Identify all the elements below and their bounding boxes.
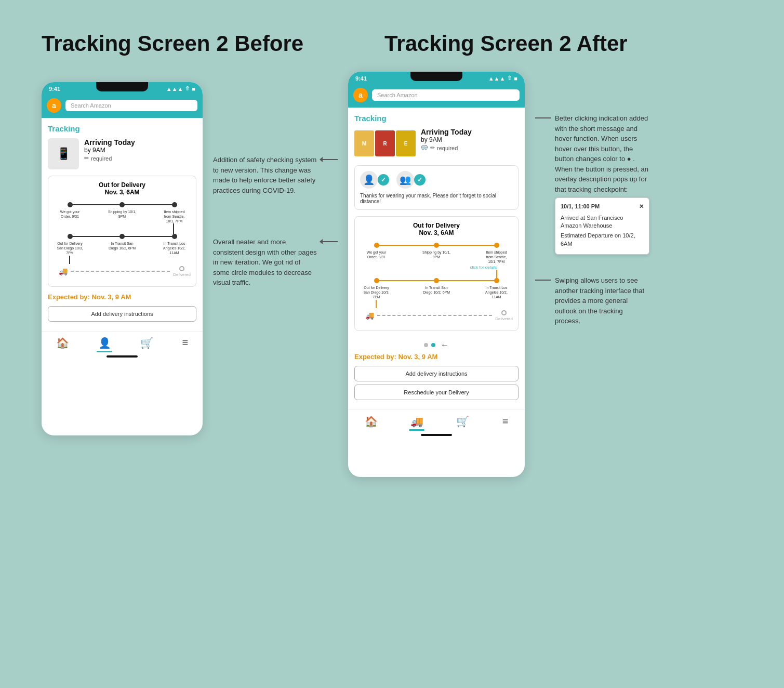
by-time-after: by 9AM bbox=[421, 136, 472, 143]
nav-home-before[interactable]: 🏠 bbox=[56, 337, 69, 349]
status-bar-after: 9:41 ▲▲▲ ⇧ ■ bbox=[348, 72, 525, 85]
amazon-logo-after: a bbox=[353, 88, 368, 102]
tracking-title-before: Tracking bbox=[48, 124, 196, 133]
book2: R bbox=[375, 130, 395, 156]
annotation-right-1-text: Better clicking indication added with th… bbox=[555, 114, 648, 193]
nav-home-after[interactable]: 🏠 bbox=[365, 415, 378, 428]
content-row: 9:41 ▲▲▲ ⇧ ■ a Search Amazon Tracking bbox=[42, 72, 742, 477]
tl-node-3: Out for Delivery San Diego 10/3, 7PM bbox=[56, 234, 84, 255]
tl-node-a4: In Transit San Diego 10/2, 6PM bbox=[422, 278, 451, 299]
tl-dot-a1 bbox=[434, 243, 439, 248]
annotation2-text: Overall neater and more consistent desig… bbox=[213, 237, 317, 288]
timeline-before: We got your Order, 9/31 Shipping by 10/1… bbox=[54, 202, 191, 277]
product-row-after: M R E Arriving Today by 9AM 🥽 ✏ required bbox=[354, 128, 519, 159]
status-notch-after bbox=[410, 72, 462, 81]
phone-body-after: Tracking M R E Arriving Today by 9AM bbox=[348, 108, 525, 409]
status-time-before: 9:41 bbox=[49, 86, 60, 92]
expected-date-after: Nov. 3, 9 AM bbox=[398, 353, 438, 361]
nav-cart-before[interactable]: 🛒 bbox=[140, 337, 153, 349]
timeline-after: We got your Order, 9/31 Shipping by 10/1… bbox=[360, 243, 513, 321]
tl-label-a3: Out for Delivery San Diego 10/3, 7PM bbox=[362, 285, 391, 299]
bottom-nav-after: 🏠 🚚 🛒 ≡ bbox=[348, 409, 525, 431]
tl-node-4: In Transit San Diego 10/2, 6PM bbox=[108, 234, 137, 255]
delivery-section-before: Out for Delivery Nov. 3, 6AM We got your… bbox=[48, 176, 196, 287]
tl-node-2: Item shipped from Seattle, 10/1, 7PM bbox=[160, 202, 189, 223]
tl-dot-a3 bbox=[374, 278, 379, 283]
annotation1-text: Addition of safety checking system to ne… bbox=[213, 155, 317, 195]
truck-icon-before: 🚚 bbox=[59, 267, 68, 275]
after-section-title-container: Tracking Screen 2 After bbox=[384, 31, 628, 56]
phone-body-before: Tracking 📱 Arriving Today by 9AM ✏ requi… bbox=[42, 118, 203, 331]
check2: ✓ bbox=[414, 174, 426, 186]
delivery-header-before: Out for Delivery Nov. 3, 6AM bbox=[54, 181, 191, 196]
annotation-right-2-text: Swiping allows users to see another trac… bbox=[555, 275, 649, 326]
delivered-label-after: Delivered bbox=[495, 316, 513, 321]
safety-text: Thanks for wearing your mask. Please don… bbox=[360, 193, 513, 204]
tracking-title-after: Tracking bbox=[354, 114, 519, 123]
annotations-left: Addition of safety checking system to ne… bbox=[213, 72, 338, 288]
popup-header: 10/1, 11:00 PM ✕ bbox=[561, 202, 644, 211]
add-instructions-btn-before[interactable]: Add delivery instructions bbox=[48, 306, 196, 322]
delivered-dashes-before bbox=[71, 271, 170, 272]
reschedule-btn-after[interactable]: Reschedule your Delivery bbox=[354, 385, 519, 400]
tl-dot-2 bbox=[172, 202, 177, 207]
delivery-section-after: Out for Delivery Nov. 3, 6AM bbox=[354, 216, 519, 331]
tl-dot-a2 bbox=[494, 243, 499, 248]
person1-badge: 👤 bbox=[360, 171, 378, 189]
search-input-before[interactable]: Search Amazon bbox=[65, 100, 197, 111]
tl-dot-a5 bbox=[494, 278, 499, 283]
product-image-after: M R E bbox=[354, 128, 416, 159]
bottom-nav-before: 🏠 👤 🛒 ≡ bbox=[42, 331, 203, 352]
book3: E bbox=[396, 130, 416, 156]
nav-account-before[interactable]: 👤 bbox=[98, 337, 111, 349]
tl-node-a2: Item shipped from Seattle, 10/1, 7PM bbox=[482, 243, 511, 264]
expected-by-before: Expected by: Nov. 3, 9 AM bbox=[48, 293, 196, 301]
search-bar-before: a Search Amazon bbox=[42, 95, 203, 118]
tl-dot-a4 bbox=[434, 278, 439, 283]
status-time-after: 9:41 bbox=[355, 75, 367, 82]
popup-close[interactable]: ✕ bbox=[639, 202, 644, 211]
safety-badges: 👤 ✓ 👥 ✓ bbox=[360, 171, 513, 189]
amazon-logo-before: a bbox=[47, 98, 61, 113]
safety-section-after: 👤 ✓ 👥 ✓ Thanks for wearing your mask. Pl… bbox=[354, 165, 519, 210]
popup-line2: Estimated Departure on 10/2, 6AM bbox=[561, 232, 644, 248]
product-info-before: Arriving Today by 9AM ✏ required bbox=[84, 138, 135, 162]
nav-menu-after[interactable]: ≡ bbox=[502, 415, 509, 427]
overlay-popup: 10/1, 11:00 PM ✕ Arrived at San Francisc… bbox=[555, 197, 649, 255]
annotation-right-1: Better clicking indication added with th… bbox=[535, 113, 649, 255]
status-icons-before: ▲▲▲ ⇧ ■ bbox=[166, 85, 195, 92]
tl-label-a4: In Transit San Diego 10/2, 6PM bbox=[422, 285, 451, 295]
popup-date: 10/1, 11:00 PM bbox=[561, 202, 600, 211]
search-input-after[interactable]: Search Amazon bbox=[372, 89, 520, 101]
truck-icon-after: 🚚 bbox=[365, 311, 374, 320]
click-for-details[interactable]: click for details bbox=[470, 265, 497, 270]
tl-label-a1: Shipping by 10/1, 9PM bbox=[422, 250, 451, 259]
tl-node-a5: In Transit Los Angeles 10/2, 11AM bbox=[482, 278, 511, 299]
popup-line1: Arrived at San Francisco Amazon Warehous… bbox=[561, 214, 644, 230]
status-notch-before bbox=[96, 82, 148, 91]
expected-date-before: Nov. 3, 9 AM bbox=[92, 293, 131, 301]
nav-cart-after[interactable]: 🛒 bbox=[456, 415, 469, 428]
nav-menu-before[interactable]: ≡ bbox=[182, 337, 188, 349]
delivered-circle-before bbox=[179, 266, 184, 271]
tl-node-0: We got your Order, 9/31 bbox=[56, 202, 84, 223]
delivered-row-after: 🚚 Delivered bbox=[360, 310, 513, 321]
after-section: 9:41 ▲▲▲ ⇧ ■ a Search Amazon bbox=[348, 72, 649, 477]
nav-delivery-after[interactable]: 🚚 bbox=[410, 415, 423, 428]
signature-after: 🥽 ✏ required bbox=[421, 144, 472, 151]
tl-label-a5: In Transit Los Angeles 10/2, 11AM bbox=[482, 285, 511, 299]
tl-label-1: Shipping by 10/1, 9PM bbox=[108, 209, 137, 219]
arrow-left-1 bbox=[322, 159, 338, 160]
tl-dot-4 bbox=[119, 234, 125, 239]
before-title: Tracking Screen 2 Before bbox=[42, 31, 343, 56]
book1: M bbox=[354, 130, 374, 156]
tl-label-4: In Transit San Diego 10/2, 6PM bbox=[108, 241, 137, 250]
delivered-row-before: 🚚 Delivered bbox=[54, 266, 191, 277]
add-instructions-btn-after[interactable]: Add delivery instructions bbox=[354, 366, 519, 381]
tl-node-1: Shipping by 10/1, 9PM bbox=[108, 202, 137, 223]
arrow-left-2 bbox=[322, 241, 338, 242]
page-container: Tracking Screen 2 Before Tracking Screen… bbox=[0, 0, 784, 508]
check1: ✓ bbox=[378, 174, 389, 186]
tl-label-0: We got your Order, 9/31 bbox=[56, 209, 84, 219]
product-row-before: 📱 Arriving Today by 9AM ✏ required bbox=[48, 138, 196, 169]
